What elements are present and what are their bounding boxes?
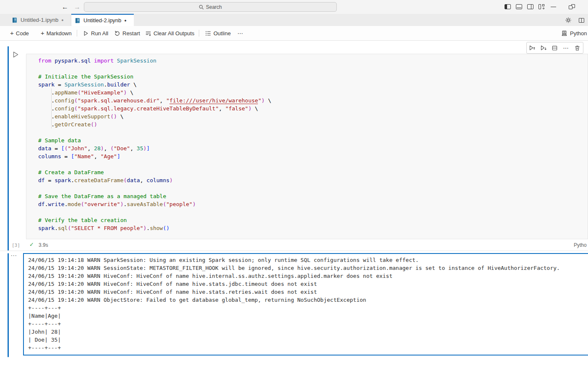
code-token: "people" [166,201,193,207]
code-line: # Sample data [38,136,588,144]
settings-gear-icon[interactable] [565,16,572,24]
toolbar-more-actions-button[interactable]: ⋯ [236,26,245,40]
code-token: "Name" [74,153,94,159]
tab-untitled-1[interactable]: Untitled-1.ipynb ● [8,14,71,26]
code-token: . [38,105,55,112]
toggle-secondary-sidebar-icon[interactable] [527,4,533,9]
modified-dot-icon[interactable]: ● [124,18,126,23]
tab-label: Untitled-1.ipynb [21,17,58,23]
add-code-cell-button[interactable]: + Code [8,26,31,40]
code-token: ( [91,121,94,128]
code-token: columns [38,153,61,159]
outline-button[interactable]: Outline [203,26,232,40]
tab-label: Untitled-2.ipynb [83,17,121,24]
add-code-label: Code [16,30,29,37]
code-lines: from pyspark.sql import SparkSession # I… [38,57,588,232]
cell-output[interactable]: 24/06/15 19:14:18 WARN SparkSession: Usi… [23,253,588,355]
code-token: data [38,145,51,152]
cell-toolbar: ⋯ [526,42,583,54]
run-all-label: Run All [91,30,108,37]
code-line: from pyspark.sql import SparkSession [38,57,588,65]
execute-above-button[interactable] [528,44,536,52]
execution-count: [3] [12,243,20,248]
code-token: pyspark.sql [55,58,91,64]
title-bar: ← → Search [0,0,588,14]
cell-more-actions-button[interactable]: ⋯ [562,44,570,52]
code-token: saveAsTable [127,201,163,207]
code-token: = [51,145,61,152]
output-focus-bar [8,253,9,357]
code-token: ) [166,225,169,231]
code-token: . [146,225,150,231]
code-line [38,184,588,192]
back-button[interactable]: ← [60,2,70,12]
search-input[interactable]: Search [84,2,337,12]
indent-guide [51,89,52,128]
restart-button[interactable]: Restart [112,26,142,40]
code-token: "spark.sql.warehouse.dir" [78,97,160,104]
code-token: appName [55,89,78,96]
kernel-picker[interactable]: Python 3.1 [561,26,588,40]
modified-dot-icon[interactable]: ● [61,18,63,22]
notebook-toolbar: + Code + Markdown Run All Restart Clear … [0,26,588,41]
customize-layout-icon[interactable] [539,4,545,9]
code-token: # Create a DataFrame [38,169,104,175]
code-cell-editor[interactable]: from pyspark.sql import SparkSession # I… [26,54,588,239]
code-token: getOrCreate [55,121,91,128]
code-token: ( [110,113,114,120]
code-token: ) [248,105,252,112]
code-token: \ [127,89,133,96]
code-line [38,160,588,168]
split-cell-button[interactable] [551,44,559,52]
clear-all-outputs-label: Clear All Outputs [154,30,195,37]
output-line: 24/06/15 19:14:18 WARN SparkSession: Usi… [28,256,588,264]
code-token: "SELECT * FROM people" [71,225,143,231]
notebook-file-icon [12,17,18,23]
restore-window-button[interactable] [569,4,575,9]
forward-button[interactable]: → [72,2,82,12]
run-all-button[interactable]: Run All [81,26,110,40]
run-cell-button[interactable] [12,51,20,59]
code-line: spark = SparkSession.builder \ [38,81,588,89]
toggle-panel-icon[interactable] [516,4,522,9]
output-line: 24/06/15 19:14:20 WARN SessionState: MET… [28,264,588,272]
outline-label: Outline [213,30,231,37]
code-token: \ [265,97,271,104]
code-token: \ [252,105,258,112]
search-icon [199,5,204,10]
split-editor-icon[interactable] [578,16,585,24]
toggle-primary-sidebar-icon[interactable] [505,4,511,9]
output-more-actions-button[interactable]: ⋯ [10,252,17,259]
code-token [51,58,55,64]
code-token: write [48,201,64,207]
code-token: . [38,121,55,128]
code-token: spark [38,81,55,88]
code-token: spark [55,177,71,183]
more-horizontal-icon: ⋯ [237,31,244,35]
code-token: df [38,177,45,183]
toolbar-separator [77,30,77,37]
clear-all-outputs-button[interactable]: Clear All Outputs [143,26,196,40]
more-horizontal-icon: ⋯ [563,46,569,50]
code-token: ( [81,201,84,207]
tab-untitled-2[interactable]: Untitled-2.ipynb ● [71,14,134,26]
code-token: \ [130,81,137,88]
cell-language-picker[interactable]: Pytho [574,242,587,248]
code-token: ] [117,153,120,159]
code-token: SparkSession [117,58,156,64]
code-token: "Doe" [114,145,130,152]
output-line: 24/06/15 19:14:20 WARN HiveConf: HiveCon… [28,280,588,288]
kernel-label: Python 3.1 [570,30,588,37]
code-token: config [55,97,74,104]
add-markdown-cell-button[interactable]: + Markdown [39,26,73,40]
code-token: mode [68,201,81,207]
execute-below-button[interactable] [540,44,547,52]
code-token: , [140,177,147,183]
delete-cell-button[interactable] [574,44,581,52]
code-token: # Verify the table creation [38,217,127,223]
success-check-icon: ✓ [29,241,34,248]
code-token: ( [78,89,81,96]
code-token: ( [110,145,114,152]
minimize-button[interactable] [550,4,557,9]
code-token: [ [61,145,65,152]
